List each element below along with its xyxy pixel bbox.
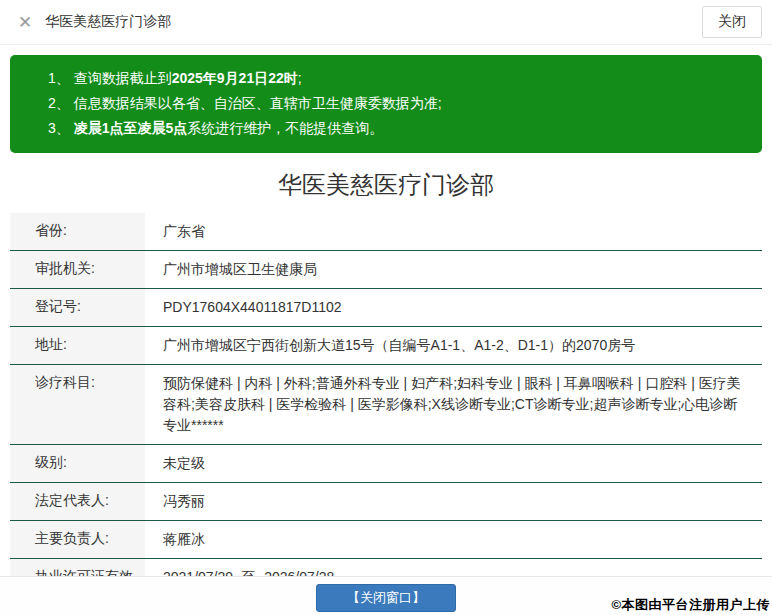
table-row: 诊疗科目:预防保健科 | 内科 | 外科;普通外科专业 | 妇产科;妇科专业 |… [10,365,762,445]
row-value: 预防保健科 | 内科 | 外科;普通外科专业 | 妇产科;妇科专业 | 眼科 |… [145,365,762,444]
table-row: 审批机关:广州市增城区卫生健康局 [10,251,762,289]
window-title: 华医美慈医疗门诊部 [45,13,171,31]
table-row: 法定代表人:冯秀丽 [10,483,762,521]
row-label: 省份: [10,213,145,250]
notice-line: 3、 凌晨1点至凌晨5点系统进行维护，不能提供查询。 [48,116,744,141]
row-value: 广州市增城区卫生健康局 [145,251,762,288]
table-row: 级别:未定级 [10,445,762,483]
row-value: PDY17604X44011817D1102 [145,289,762,326]
row-value: 广州市增城区宁西街创新大道15号（自编号A1-1、A1-2、D1-1）的2070… [145,327,762,364]
table-row: 登记号:PDY17604X44011817D1102 [10,289,762,327]
close-window-button[interactable]: 【关闭窗口】 [316,584,456,612]
row-value: 未定级 [145,445,762,482]
row-label: 审批机关: [10,251,145,288]
info-table: 省份:广东省审批机关:广州市增城区卫生健康局登记号:PDY17604X44011… [10,213,762,612]
table-row: 主要负责人:蒋雁冰 [10,521,762,559]
row-value: 广东省 [145,213,762,250]
notice-line: 2、 信息数据结果以各省、自治区、直辖市卫生健康委数据为准; [48,91,744,116]
row-label: 主要负责人: [10,521,145,558]
table-row: 地址:广州市增城区宁西街创新大道15号（自编号A1-1、A1-2、D1-1）的2… [10,327,762,365]
row-label: 级别: [10,445,145,482]
window-titlebar: ✕ 华医美慈医疗门诊部 关闭 [0,0,772,45]
row-value: 冯秀丽 [145,483,762,520]
row-label: 法定代表人: [10,483,145,520]
row-label: 诊疗科目: [10,365,145,444]
page-title: 华医美慈医疗门诊部 [0,169,772,201]
watermark-text: ©本图由平台注册用户上传 [611,596,770,614]
row-label: 地址: [10,327,145,364]
notice-line: 1、 查询数据截止到2025年9月21日22时; [48,66,744,91]
close-x-icon[interactable]: ✕ [18,14,32,31]
close-button[interactable]: 关闭 [702,6,762,38]
notice-box: 1、 查询数据截止到2025年9月21日22时;2、 信息数据结果以各省、自治区… [10,55,762,153]
row-value: 蒋雁冰 [145,521,762,558]
table-row: 省份:广东省 [10,213,762,251]
row-label: 登记号: [10,289,145,326]
